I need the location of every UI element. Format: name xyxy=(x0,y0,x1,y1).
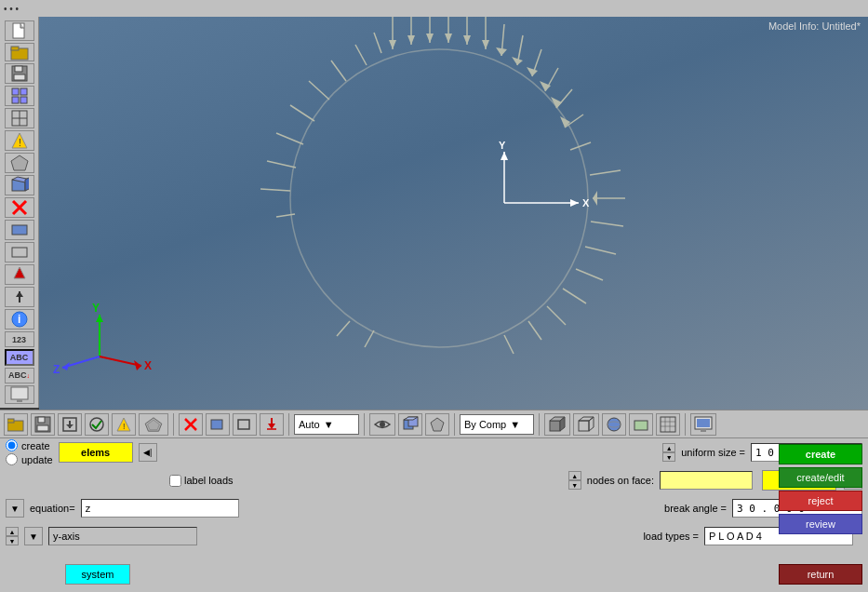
svg-text:i: i xyxy=(18,313,20,326)
x-axis-label: X xyxy=(144,359,152,372)
toolbar-solid[interactable] xyxy=(5,175,34,195)
size-spinbox[interactable]: ▲ ▼ xyxy=(662,443,675,462)
equation-input[interactable]: z xyxy=(81,499,239,518)
system-button[interactable]: system xyxy=(65,564,130,585)
svg-rect-22 xyxy=(12,248,27,257)
separator5 xyxy=(539,413,540,436)
nodes-spinbox[interactable]: ▲ ▼ xyxy=(568,471,581,490)
btn-solid6[interactable] xyxy=(398,413,422,436)
by-comp-dropdown[interactable]: By Comp ▼ xyxy=(460,414,534,435)
toolbar-label1[interactable]: ABC xyxy=(5,349,34,366)
btn-sphere[interactable] xyxy=(602,413,626,436)
panel-row1: create update elems ◀| ▲ ▼ uniform size … xyxy=(0,438,868,466)
nodes-on-face-input[interactable] xyxy=(660,471,753,490)
btn-solid5[interactable] xyxy=(233,413,257,436)
nodes-spinbox-up[interactable]: ▲ xyxy=(568,471,581,480)
update-radio-label[interactable]: update xyxy=(6,453,53,465)
svg-point-140 xyxy=(608,418,621,431)
btn-view1[interactable] xyxy=(369,413,395,436)
btn-solid7[interactable] xyxy=(425,413,449,436)
toolbar-solid2[interactable] xyxy=(5,220,34,240)
auto-dropdown[interactable]: Auto ▼ xyxy=(294,414,359,435)
separator1 xyxy=(173,413,174,436)
toolbar-solid3[interactable] xyxy=(5,242,34,262)
btn-import[interactable] xyxy=(58,413,82,436)
btn-grid3[interactable] xyxy=(656,413,680,436)
yaxis-input[interactable]: y-axis xyxy=(48,527,197,545)
btn-cube2[interactable] xyxy=(573,413,599,436)
svg-marker-98 xyxy=(96,315,103,322)
btn-monitor[interactable] xyxy=(690,413,716,436)
uniform-size-label: uniform size = xyxy=(681,447,745,458)
nodes-spinbox-down[interactable]: ▼ xyxy=(568,480,581,490)
btn-mesh-large[interactable] xyxy=(139,413,168,436)
toolbar-grid1[interactable] xyxy=(5,86,34,106)
btn-save[interactable] xyxy=(31,413,55,436)
toolbar-warning[interactable]: ! xyxy=(5,130,34,151)
svg-marker-46 xyxy=(512,57,523,65)
btn-solid4[interactable] xyxy=(206,413,230,436)
svg-line-81 xyxy=(260,189,290,191)
toolbar-save[interactable] xyxy=(5,63,34,84)
svg-text:!: ! xyxy=(123,422,126,431)
yaxis-spinbox-down[interactable]: ▼ xyxy=(6,536,19,545)
svg-line-57 xyxy=(590,170,621,175)
btn-surface[interactable] xyxy=(629,413,653,436)
svg-text:!: ! xyxy=(19,138,21,148)
elems-button[interactable]: elems xyxy=(59,442,133,463)
panel-row3: ▼ equation= z break angle = 3 0 . 0 0 0 xyxy=(0,494,868,522)
svg-rect-124 xyxy=(211,420,222,429)
create-radio[interactable] xyxy=(6,439,18,451)
svg-line-67 xyxy=(563,289,586,303)
system-btn-pos: system xyxy=(65,564,130,585)
update-radio[interactable] xyxy=(6,453,18,465)
btn-cube1[interactable] xyxy=(544,413,570,436)
label-loads-checkbox[interactable] xyxy=(169,475,181,487)
toolbar-delete[interactable] xyxy=(5,197,34,218)
create-edit-button[interactable]: create/edit xyxy=(779,467,862,488)
svg-rect-7 xyxy=(20,88,27,95)
svg-rect-2 xyxy=(11,47,19,50)
create-main-button[interactable]: create xyxy=(779,444,862,464)
create-radio-label[interactable]: create xyxy=(6,439,53,451)
svg-marker-36 xyxy=(426,34,434,43)
toolbar-new[interactable] xyxy=(5,20,34,41)
toolbar-info[interactable]: i xyxy=(5,309,34,330)
toolbar-numbers[interactable]: 123 xyxy=(5,331,34,347)
return-button[interactable]: return xyxy=(779,564,862,585)
nav-button[interactable]: ◀| xyxy=(139,443,157,462)
spinbox-down[interactable]: ▼ xyxy=(662,452,675,462)
reject-button[interactable]: reject xyxy=(779,491,862,511)
yaxis-spinbox[interactable]: ▲ ▼ xyxy=(6,527,19,545)
btn-warning2[interactable]: ! xyxy=(112,413,136,436)
svg-marker-40 xyxy=(463,35,471,45)
toolbar-display[interactable] xyxy=(5,385,34,404)
yaxis-dropdown-arrow[interactable]: ▼ xyxy=(24,527,43,545)
svg-line-87 xyxy=(290,105,314,121)
yaxis-spinbox-up[interactable]: ▲ xyxy=(6,527,19,536)
svg-rect-150 xyxy=(697,419,710,427)
menu-bar: • • • xyxy=(0,0,868,17)
eq-dropdown-arrow[interactable]: ▼ xyxy=(6,499,24,518)
btn-delete2[interactable] xyxy=(179,413,203,436)
toolbar-arrow[interactable] xyxy=(5,287,34,307)
svg-line-55 xyxy=(570,142,591,150)
btn-open[interactable] xyxy=(4,413,28,436)
toolbar-open[interactable] xyxy=(5,43,34,61)
toolbar-grid2[interactable] xyxy=(5,108,34,128)
svg-text:X: X xyxy=(582,197,590,209)
toolbar-mesh[interactable] xyxy=(5,153,34,173)
spinbox-up[interactable]: ▲ xyxy=(662,443,675,452)
svg-marker-116 xyxy=(66,424,73,428)
label-loads-checkbox-label[interactable]: label loads xyxy=(169,475,234,487)
break-angle-label: break angle = xyxy=(664,503,727,514)
toolbar-label2[interactable]: ABC ↓ xyxy=(5,368,34,383)
btn-check[interactable] xyxy=(85,413,109,436)
bottom-toolbar: ! Auto ▼ By C xyxy=(0,410,868,437)
review-button[interactable]: review xyxy=(779,514,862,534)
toolbar-loads[interactable] xyxy=(5,264,34,285)
btn-loads2[interactable] xyxy=(260,413,284,436)
svg-line-83 xyxy=(267,161,296,168)
label-loads-text: label loads xyxy=(184,475,234,486)
svg-rect-143 xyxy=(661,417,675,432)
